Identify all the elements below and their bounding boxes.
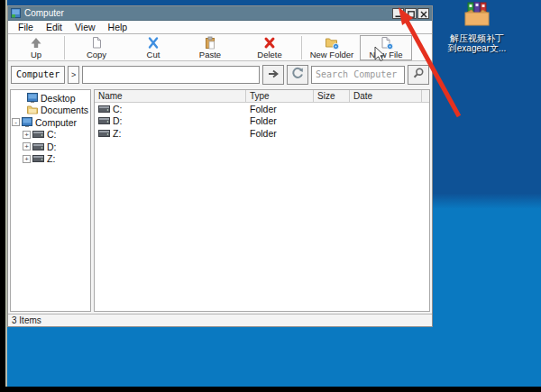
cut-scissors-icon: [146, 36, 160, 50]
list-row-drive-d[interactable]: D: Folder: [95, 115, 429, 128]
minimize-button[interactable]: [392, 8, 404, 19]
row-size: [314, 115, 350, 128]
delete-x-icon: [262, 36, 277, 50]
expand-expander-icon[interactable]: +: [23, 155, 31, 163]
cut-label: Cut: [147, 50, 160, 59]
maximize-button[interactable]: [405, 8, 417, 19]
list-row-drive-c[interactable]: C: Folder: [95, 103, 429, 115]
copy-button[interactable]: Copy: [67, 35, 126, 60]
sidebar-item-desktop[interactable]: Desktop: [11, 92, 90, 105]
column-header-filler: [422, 90, 429, 102]
paste-label: Paste: [199, 50, 221, 59]
drive-icon: [32, 131, 44, 138]
list-header: Name Type Size Date: [95, 90, 429, 103]
sidebar-item-documents[interactable]: Documents: [11, 105, 90, 117]
menu-edit[interactable]: Edit: [40, 21, 69, 33]
list-row-drive-z[interactable]: Z: Folder: [95, 127, 429, 140]
sidebar-item-drive-d[interactable]: + D:: [11, 141, 90, 153]
expand-expander-icon[interactable]: +: [23, 131, 31, 139]
desktop-icon-rar-archive[interactable]: 解压视频补丁 到exagear文...: [448, 2, 506, 53]
close-icon: [420, 5, 427, 22]
location-chevron-icon[interactable]: >: [68, 66, 79, 84]
row-size: [314, 103, 350, 115]
sidebar-item-label: Desktop: [41, 93, 76, 104]
column-header-name[interactable]: Name: [95, 90, 246, 102]
up-button[interactable]: Up: [10, 35, 62, 60]
window-app-icon: [11, 5, 21, 22]
paste-clipboard-icon: [203, 36, 217, 50]
toolbar: Up Copy Cut: [8, 34, 432, 61]
new-file-label: New File: [370, 50, 403, 59]
drive-icon: [32, 155, 44, 162]
new-folder-button[interactable]: New Folder: [304, 35, 360, 60]
address-input[interactable]: [82, 66, 260, 84]
collapse-expander-icon[interactable]: -: [12, 118, 20, 126]
row-type: Folder: [246, 103, 314, 115]
sidebar-tree: Desktop Documents - Computer +: [10, 89, 91, 312]
drive-icon: [98, 105, 110, 113]
drive-icon: [98, 117, 110, 124]
sidebar-item-label: Z:: [47, 153, 55, 164]
row-date: [350, 103, 422, 115]
file-manager-window: Computer File Edit View Help Up: [7, 5, 433, 327]
new-folder-label: New Folder: [310, 50, 354, 59]
winrar-archive-icon: [463, 2, 491, 31]
desktop-monitor-icon: [27, 93, 38, 103]
drive-icon: [98, 130, 110, 137]
delete-button[interactable]: Delete: [240, 35, 299, 60]
toolbar-separator: [301, 36, 302, 59]
column-header-date[interactable]: Date: [350, 90, 422, 102]
up-label: Up: [31, 50, 41, 59]
column-header-size[interactable]: Size: [314, 90, 350, 102]
new-file-button[interactable]: New File: [360, 35, 412, 60]
up-arrow-icon: [29, 36, 43, 50]
sidebar-item-drive-z[interactable]: + Z:: [11, 153, 90, 166]
go-button[interactable]: [262, 65, 284, 85]
row-size: [314, 127, 350, 140]
cut-button[interactable]: Cut: [126, 35, 180, 60]
titlebar[interactable]: Computer: [8, 6, 432, 21]
column-header-type[interactable]: Type: [246, 90, 314, 102]
addressbar: Computer >: [8, 61, 432, 87]
paste-button[interactable]: Paste: [180, 35, 240, 60]
sidebar-item-computer[interactable]: - Computer: [11, 116, 90, 129]
file-list: Name Type Size Date C: Folder: [94, 89, 430, 312]
toolbar-separator: [64, 36, 65, 59]
refresh-button[interactable]: [287, 65, 308, 85]
menu-help[interactable]: Help: [102, 21, 134, 33]
close-button[interactable]: [417, 8, 429, 19]
search-input[interactable]: [311, 66, 405, 84]
refresh-icon: [291, 67, 304, 83]
search-magnifier-icon: [412, 67, 425, 83]
computer-monitor-icon: [22, 117, 32, 127]
delete-label: Delete: [257, 50, 281, 59]
drive-icon: [32, 143, 44, 150]
search-button[interactable]: [408, 65, 429, 85]
sidebar-item-drive-c[interactable]: + C:: [11, 129, 90, 141]
item-count-text: 3 Items: [12, 315, 41, 325]
sidebar-item-label: Computer: [35, 117, 77, 128]
sidebar-item-label: D:: [47, 141, 57, 152]
window-title: Computer: [24, 6, 392, 20]
desktop-icon-label-line2: 到exagear文...: [448, 43, 506, 53]
expand-expander-icon[interactable]: +: [23, 142, 31, 150]
sidebar-item-label: C:: [47, 129, 57, 140]
statusbar: 3 Items: [8, 314, 432, 326]
sidebar-item-label: Documents: [41, 105, 88, 115]
location-button[interactable]: Computer: [11, 66, 65, 84]
row-type: Folder: [246, 127, 314, 140]
documents-folder-icon: [27, 105, 38, 114]
new-file-icon: [379, 36, 394, 50]
menu-view[interactable]: View: [69, 21, 102, 33]
row-type: Folder: [246, 115, 314, 128]
new-folder-icon: [325, 36, 340, 50]
maximize-icon: [408, 5, 415, 22]
row-name: D:: [113, 115, 123, 126]
desktop-icon-label-line1: 解压视频补丁: [450, 33, 504, 43]
menu-file[interactable]: File: [12, 21, 40, 33]
copy-icon: [89, 36, 104, 50]
menubar: File Edit View Help: [8, 21, 432, 34]
row-name: C:: [113, 104, 123, 114]
copy-label: Copy: [87, 50, 106, 59]
content-area: Desktop Documents - Computer +: [8, 87, 432, 314]
